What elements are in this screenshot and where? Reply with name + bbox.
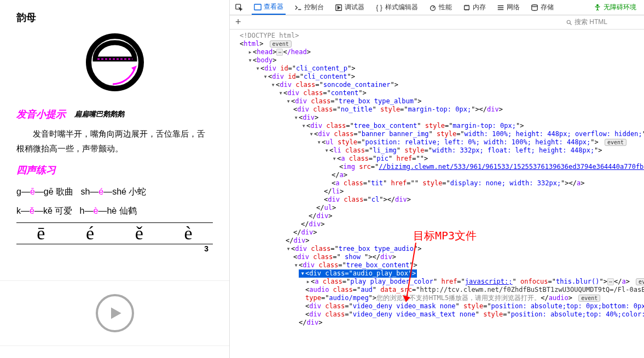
svg-point-12	[567, 20, 570, 24]
webpage-preview: 韵母 发音小提示 扁扁嘴巴鹅鹅鹅 发音时嘴半开，嘴角向两边展开，舌位靠后，舌根稍…	[0, 0, 230, 358]
devtools-panel: 查看器 控制台 调试器 { } 样式编辑器 性能 内存	[230, 0, 644, 358]
play-button[interactable]	[96, 294, 134, 332]
selected-node[interactable]: ▾<div class="audio_play_box">	[234, 269, 644, 278]
search-html-input[interactable]: 搜索 HTML	[562, 16, 644, 28]
tab-memory[interactable]: 内存	[461, 0, 488, 15]
dom-tree[interactable]: <!DOCTYPE html> <html> event ▸<head>⋯</h…	[230, 30, 644, 358]
audio-player-row	[0, 280, 229, 346]
svg-point-11	[597, 4, 599, 6]
svg-rect-6	[254, 4, 261, 10]
tab-inspector[interactable]: 查看器	[252, 0, 286, 15]
vowel-glyph	[16, 30, 213, 97]
devtools-toolbar: + 搜索 HTML	[230, 15, 644, 30]
big-tones: ēéěè	[16, 222, 213, 244]
tab-accessibility[interactable]: 无障碍环境	[591, 0, 639, 15]
tab-storage[interactable]: 存储	[529, 0, 556, 15]
tone-title: 四声练习	[16, 163, 213, 177]
page-title: 韵母	[16, 11, 213, 24]
tab-performance[interactable]: 性能	[427, 0, 454, 15]
svg-marker-4	[111, 308, 121, 319]
devtools-tabs: 查看器 控制台 调试器 { } 样式编辑器 性能 内存	[230, 0, 644, 15]
tone-rows: g—ē—gē 歌曲 sh—é—shé 小蛇 k—ě—kě 可爱 h—è—hè 仙…	[16, 182, 213, 220]
tab-console[interactable]: 控制台	[292, 0, 326, 15]
tip-title: 发音小提示	[16, 108, 66, 121]
tab-style-editor[interactable]: { } 样式编辑器	[373, 0, 420, 15]
svg-marker-3	[131, 66, 137, 71]
tab-debugger[interactable]: 调试器	[333, 0, 367, 15]
tip-body: 发音时嘴半开，嘴角向两边展开，舌位靠后，舌根稍微抬高一些，声带颤动。	[16, 126, 213, 156]
tab-network[interactable]: 网络	[495, 0, 522, 15]
svg-rect-9	[465, 5, 469, 9]
svg-point-10	[532, 4, 538, 7]
new-tab-button[interactable]: +	[230, 16, 247, 28]
tip-subtitle: 扁扁嘴巴鹅鹅鹅	[74, 109, 124, 119]
pick-element-icon[interactable]	[233, 0, 245, 15]
page-number: 3	[16, 244, 213, 253]
